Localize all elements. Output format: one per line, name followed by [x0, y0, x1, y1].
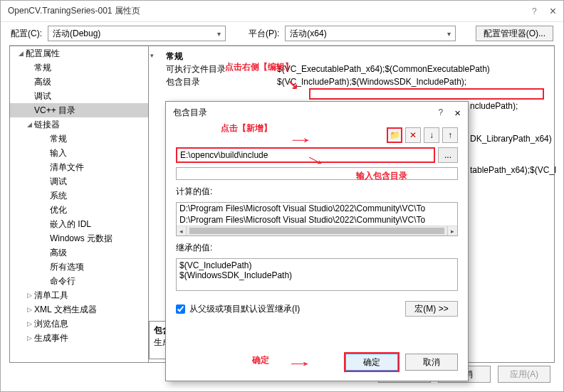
delete-icon: ✕ — [409, 130, 417, 140]
modal-titlebar: 包含目录 ? × — [166, 102, 468, 123]
annotation-highlight-box — [309, 88, 544, 100]
tree-item-root[interactable]: ◢配置属性 — [10, 46, 148, 60]
modal-cancel-button[interactable]: 取消 — [405, 354, 458, 371]
close-icon[interactable]: × — [550, 5, 556, 18]
modal-toolbar: 📁 ✕ ↓ ↑ — [176, 127, 458, 143]
modal-title: 包含目录 — [173, 107, 207, 119]
browse-button[interactable]: ... — [438, 147, 458, 163]
tree-item[interactable]: ▷生成事件 — [10, 331, 148, 345]
inherited-label: 继承的值: — [176, 242, 458, 254]
tree-item[interactable]: 嵌入的 IDL — [10, 217, 148, 231]
apply-button[interactable]: 应用(A) — [498, 366, 550, 383]
tree-item[interactable]: Windows 元数据 — [10, 231, 148, 245]
toolbar: 配置(C): 活动(Debug) ▾ 平台(P): 活动(x64) ▾ 配置管理… — [1, 22, 563, 45]
arrow-up-icon: ↑ — [448, 130, 452, 140]
property-value[interactable]: $(VC_IncludePath);$(WindowsSDK_IncludePa… — [277, 77, 547, 87]
new-entry-button[interactable]: 📁 — [387, 127, 402, 143]
annotation-new: 点击【新增】 — [221, 122, 272, 134]
tree-item[interactable]: 命令行 — [10, 274, 148, 288]
tree-item[interactable]: 输入 — [10, 146, 148, 160]
close-icon[interactable]: × — [454, 107, 461, 119]
property-value[interactable]: $(VC_ExecutablePath_x64);$(CommonExecuta… — [277, 64, 547, 74]
inherited-listbox[interactable]: $(VC_IncludePath) $(WindowsSDK_IncludePa… — [176, 258, 458, 291]
include-dirs-dialog: 包含目录 ? × 📁 ✕ ↓ ↑ ... 计算的值: D:\Program Fi… — [165, 101, 469, 381]
tree-item[interactable]: 优化 — [10, 203, 148, 217]
overflow-text: tablePath_x64);$(VC_I — [470, 165, 556, 175]
platform-label: 平台(P): — [249, 28, 279, 40]
macros-button[interactable]: 宏(M) >> — [405, 301, 458, 317]
property-row-include[interactable]: 包含目录 $(VC_IncludePath);$(WindowsSDK_Incl… — [156, 75, 547, 88]
tree-item[interactable]: ▷清单工具 — [10, 288, 148, 302]
computed-label: 计算的值: — [176, 186, 458, 198]
help-icon[interactable]: ? — [439, 107, 444, 117]
help-icon[interactable]: ? — [532, 6, 537, 16]
platform-combo[interactable]: 活动(x64) ▾ — [285, 26, 456, 41]
annotation-input: 输入包含目录 — [356, 170, 407, 182]
scroll-left-icon[interactable]: ◂ — [177, 226, 187, 235]
list-item: $(VC_IncludePath) — [179, 260, 454, 270]
annotation-arrow-icon: ↘ — [288, 77, 298, 92]
list-item: D:\Program Files\Microsoft Visual Studio… — [177, 214, 457, 226]
property-row-exec[interactable]: 可执行文件目录 $(VC_ExecutablePath_x64);$(Commo… — [156, 63, 547, 75]
scroll-right-icon[interactable]: ▸ — [447, 226, 457, 235]
titlebar: OpenCV.TraningSeries-001 属性页 ? × — [1, 1, 563, 22]
move-up-button[interactable]: ↑ — [442, 127, 458, 143]
config-value: 活动(Debug) — [53, 28, 100, 40]
platform-value: 活动(x64) — [290, 28, 326, 40]
chevron-down-icon: ▾ — [447, 30, 451, 38]
chevron-down-icon: ▾ — [217, 30, 221, 38]
tree-item-linker[interactable]: ◢链接器 — [10, 117, 148, 132]
tree-item[interactable]: ▷XML 文档生成器 — [10, 302, 148, 317]
tree-item-vcdir[interactable]: VC++ 目录 — [10, 103, 148, 117]
window-title: OpenCV.TraningSeries-001 属性页 — [8, 5, 140, 17]
annotation-ok: 确定 — [252, 354, 269, 366]
tree-item[interactable]: 高级 — [10, 75, 148, 89]
modal-ok-button[interactable]: 确定 — [345, 354, 398, 371]
overflow-text: DK_LibraryPath_x64) — [470, 134, 552, 144]
list-item: D:\Program Files\Microsoft Visual Studio… — [177, 203, 457, 214]
nav-tree[interactable]: ◢配置属性 常规 高级 调试 VC++ 目录 ◢链接器 常规 输入 清单文件 调… — [9, 46, 149, 363]
tree-item[interactable]: 调试 — [10, 89, 148, 103]
delete-entry-button[interactable]: ✕ — [405, 127, 421, 143]
section-expander-icon[interactable]: ▾ — [150, 52, 154, 59]
tree-item[interactable]: 常规 — [10, 60, 148, 75]
config-manager-button[interactable]: 配置管理器(O)... — [476, 26, 553, 41]
tree-item[interactable]: 常规 — [10, 132, 148, 146]
list-item: $(WindowsSDK_IncludePath) — [179, 270, 454, 280]
inherit-checkbox[interactable] — [176, 304, 185, 314]
arrow-down-icon: ↓ — [429, 130, 434, 140]
tree-item[interactable]: 高级 — [10, 245, 148, 260]
tree-item[interactable]: 调试 — [10, 174, 148, 189]
inherit-checkbox-label: 从父级或项目默认设置继承(I) — [189, 303, 300, 315]
section-header: 常规 — [166, 51, 547, 63]
annotation-edit: 点击右侧【编辑】 — [225, 61, 293, 73]
tree-item[interactable]: 系统 — [10, 189, 148, 203]
horizontal-scrollbar[interactable]: ◂ ▸ — [177, 226, 457, 235]
move-down-button[interactable]: ↓ — [424, 127, 439, 143]
config-combo[interactable]: 活动(Debug) ▾ — [48, 26, 226, 41]
computed-listbox[interactable]: D:\Program Files\Microsoft Visual Studio… — [176, 202, 458, 236]
folder-icon: 📁 — [390, 130, 400, 140]
tree-item[interactable]: 清单文件 — [10, 160, 148, 174]
tree-item[interactable]: 所有选项 — [10, 260, 148, 274]
tree-item[interactable]: ▷浏览信息 — [10, 317, 148, 331]
overflow-text: ncludePath); — [470, 101, 518, 111]
annotation-arrow-icon: → — [286, 354, 314, 373]
property-label: 包含目录 — [156, 76, 277, 88]
config-label: 配置(C): — [11, 28, 42, 40]
